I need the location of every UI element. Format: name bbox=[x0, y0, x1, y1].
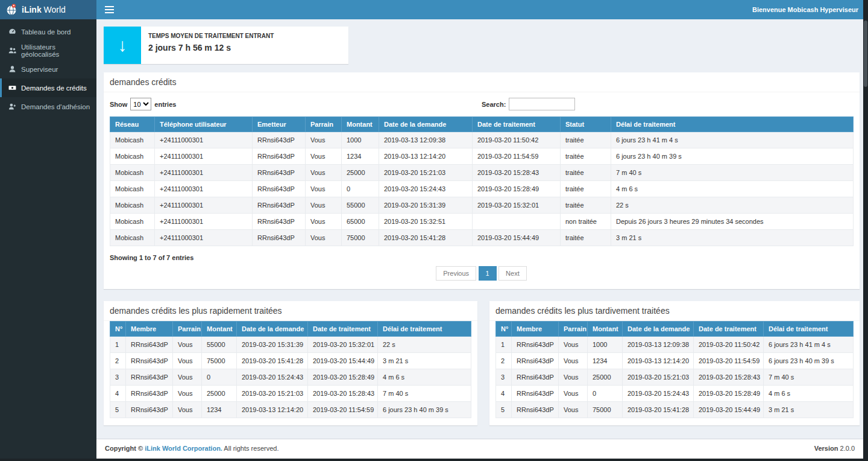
horizontal-scrollbar[interactable] bbox=[0, 459, 868, 461]
column-header[interactable]: Statut bbox=[561, 117, 611, 132]
cell: Mobicash bbox=[110, 148, 155, 165]
fastest-table: N° Membre Parrain Montant Date de la dem… bbox=[110, 321, 471, 418]
page-1-button[interactable]: 1 bbox=[479, 266, 497, 281]
column-header[interactable]: Délai de traitement bbox=[378, 322, 471, 337]
column-header[interactable]: Montant bbox=[202, 322, 237, 337]
cell: 2019-03-20 15:41:28 bbox=[379, 230, 473, 246]
page-length-control: Show 10 entries bbox=[110, 98, 482, 110]
column-header[interactable]: Réseau bbox=[110, 117, 155, 132]
cell: RRnsi643dP bbox=[126, 353, 173, 369]
cell: Vous bbox=[559, 386, 588, 402]
credits-table: Réseau Téléphone utilisateur Emetteur Pa… bbox=[110, 116, 854, 246]
company-link[interactable]: iLink World Corporation. bbox=[145, 445, 222, 452]
cell: RRnsi643dP bbox=[253, 148, 306, 165]
cell: +24111000301 bbox=[155, 181, 253, 197]
cell: 2019-03-20 11:50:42 bbox=[473, 132, 561, 148]
column-header[interactable]: Montant bbox=[342, 117, 379, 132]
cell: 55000 bbox=[342, 197, 379, 214]
cell: traitée bbox=[561, 132, 611, 148]
column-header[interactable]: Date de traitement bbox=[473, 117, 561, 132]
cell: 75000 bbox=[588, 402, 623, 418]
page-length-select[interactable]: 10 bbox=[130, 98, 151, 110]
sidebar-item-label: Utilisateurs géolocalisés bbox=[21, 43, 92, 58]
vertical-scrollbar[interactable] bbox=[863, 0, 868, 461]
previous-page-button[interactable]: Previous bbox=[436, 266, 476, 281]
cell: +24111000301 bbox=[155, 214, 253, 230]
column-header[interactable]: Date de la demande bbox=[379, 117, 473, 132]
app-logo[interactable]: iLink World bbox=[0, 0, 96, 19]
cell: 5 bbox=[110, 402, 126, 418]
cell: 1000 bbox=[588, 337, 623, 353]
user-icon bbox=[8, 65, 16, 73]
sidebar-toggle-button[interactable] bbox=[96, 0, 122, 19]
cell: RRnsi643dP bbox=[512, 337, 559, 353]
cell: 7 m 40 s bbox=[611, 165, 854, 181]
cell: 2019-03-13 12:14:20 bbox=[379, 148, 473, 165]
cell: 6 jours 23 h 41 m 4 s bbox=[764, 337, 854, 353]
table-info: Showing 1 to 7 of 7 entries bbox=[104, 246, 860, 262]
search-input[interactable] bbox=[509, 98, 575, 110]
search-control: Search: bbox=[482, 98, 854, 110]
dashboard-icon bbox=[8, 28, 16, 36]
cell: 2019-03-20 15:28:49 bbox=[473, 181, 561, 197]
cell: 2019-03-20 15:44:49 bbox=[308, 353, 378, 369]
user-menu[interactable]: Bienvenue Mobicash Hyperviseur bbox=[752, 6, 858, 13]
app-title: iLink World bbox=[22, 5, 66, 14]
column-header[interactable]: Date de la demande bbox=[623, 322, 694, 337]
cell: 3 bbox=[496, 369, 512, 386]
column-header[interactable]: Délai de traitement bbox=[764, 322, 854, 337]
column-header[interactable]: Délai de traitement bbox=[611, 117, 854, 132]
header-row: N° Membre Parrain Montant Date de la dem… bbox=[110, 322, 471, 337]
cell: 2019-03-20 15:44:49 bbox=[694, 402, 764, 418]
infobox-content: TEMPS MOYEN DE TRAITEMENT ENTRANT 2 jour… bbox=[141, 27, 281, 64]
cell: Vous bbox=[306, 197, 342, 214]
scrollbar-thumb[interactable] bbox=[864, 21, 867, 87]
column-header[interactable]: Montant bbox=[588, 322, 623, 337]
next-page-button[interactable]: Next bbox=[498, 266, 527, 281]
credits-panel-title: demandes crédits bbox=[104, 72, 860, 92]
sidebar-item-superviseur[interactable]: Superviseur bbox=[0, 60, 96, 78]
entries-label: entries bbox=[154, 101, 176, 108]
column-header[interactable]: Parrain bbox=[306, 117, 342, 132]
cell: 0 bbox=[588, 386, 623, 402]
hamburger-icon bbox=[105, 9, 114, 10]
cell: 4 bbox=[496, 386, 512, 402]
version-label: Version bbox=[814, 445, 838, 452]
sidebar-item-demandes-de-credits[interactable]: Demandes de crédits bbox=[0, 78, 96, 97]
cell: 3 m 21 s bbox=[611, 230, 854, 246]
pagination: Previous 1 Next bbox=[104, 262, 860, 289]
cell: Vous bbox=[173, 402, 202, 418]
cell: Vous bbox=[306, 214, 342, 230]
search-label: Search: bbox=[482, 101, 506, 108]
cell: +24111000301 bbox=[155, 148, 253, 165]
column-header[interactable]: Parrain bbox=[559, 322, 588, 337]
column-header[interactable]: Membre bbox=[512, 322, 559, 337]
column-header[interactable]: Téléphone utilisateur bbox=[155, 117, 253, 132]
column-header[interactable]: Date de la demande bbox=[237, 322, 308, 337]
cell: 2019-03-20 15:41:28 bbox=[237, 353, 308, 369]
cell: 2019-03-20 15:24:43 bbox=[237, 369, 308, 386]
column-header[interactable]: N° bbox=[496, 322, 512, 337]
column-header[interactable]: N° bbox=[110, 322, 126, 337]
infobox-value: 2 jours 7 h 56 m 12 s bbox=[148, 43, 274, 52]
cell: 1 bbox=[110, 337, 126, 353]
sidebar-item-demandes-d-adhesion[interactable]: Demandes d'adhésion bbox=[0, 97, 96, 116]
table-row: Mobicash+24111000301RRnsi643dPVous100020… bbox=[110, 132, 854, 148]
cell: non traitée bbox=[561, 214, 611, 230]
cell: 2 bbox=[496, 353, 512, 369]
column-header[interactable]: Emetteur bbox=[253, 117, 306, 132]
column-header[interactable]: Date de traitement bbox=[308, 322, 378, 337]
column-header[interactable]: Membre bbox=[126, 322, 173, 337]
sidebar-item-utilisateurs-geolocalises[interactable]: Utilisateurs géolocalisés bbox=[0, 41, 96, 60]
cell: +24111000301 bbox=[155, 230, 253, 246]
cell: RRnsi643dP bbox=[512, 353, 559, 369]
column-header[interactable]: Date de traitement bbox=[694, 322, 764, 337]
sidebar-item-tableau-de-bord[interactable]: Tableau de bord bbox=[0, 22, 96, 41]
sidebar: Tableau de bord Utilisateurs géolocalisé… bbox=[0, 19, 96, 461]
column-header[interactable]: Parrain bbox=[173, 322, 202, 337]
bottom-panels: demandes crédits les plus rapidement tra… bbox=[104, 301, 860, 437]
cell: 2019-03-13 12:14:20 bbox=[623, 353, 694, 369]
sidebar-item-label: Superviseur bbox=[21, 66, 58, 73]
cell: Depuis 26 jours 3 heures 29 minutes 34 s… bbox=[611, 214, 854, 230]
main-content: ↓ TEMPS MOYEN DE TRAITEMENT ENTRANT 2 jo… bbox=[96, 19, 863, 442]
